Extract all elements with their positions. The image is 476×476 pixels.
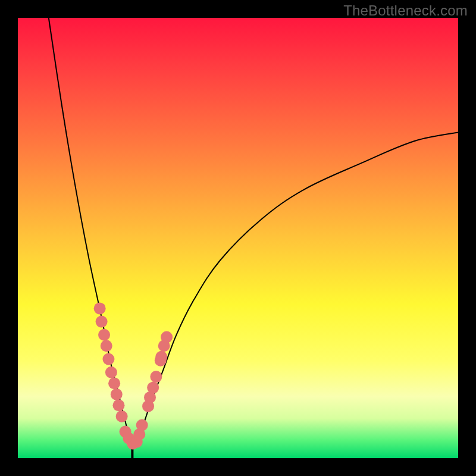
sample-dot (102, 353, 114, 365)
sample-dot (96, 316, 108, 328)
sample-dots-group (94, 302, 173, 449)
sample-dot (108, 377, 120, 389)
sample-dot (116, 411, 128, 422)
plot-area (18, 18, 458, 458)
curve-svg (18, 18, 458, 458)
chart-frame: TheBottleneck.com (0, 0, 476, 476)
watermark-label: TheBottleneck.com (343, 2, 468, 19)
sample-dot (155, 351, 167, 363)
sample-dot (101, 340, 112, 352)
sample-dot (98, 329, 110, 341)
sample-dot (112, 399, 124, 411)
sample-dot (150, 371, 162, 383)
sample-dot (105, 367, 117, 378)
sample-dot (136, 419, 148, 431)
sample-dot (94, 302, 106, 314)
sample-dot (111, 389, 123, 400)
sample-dot (161, 331, 173, 343)
sample-dot (147, 382, 159, 394)
